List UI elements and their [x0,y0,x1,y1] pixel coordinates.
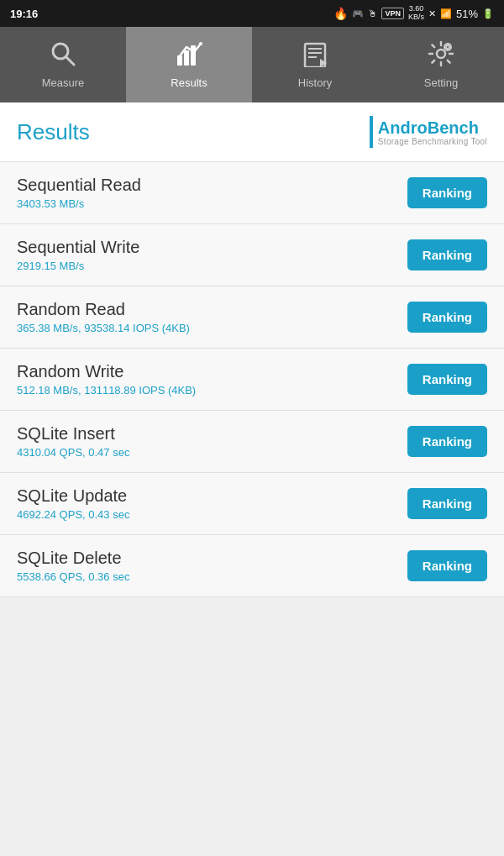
result-item: SQLite Delete 5538.66 QPS, 0.36 sec Rank… [0,535,504,597]
ranking-button[interactable]: Ranking [407,239,487,270]
logo-brand2: Bench [428,118,479,137]
result-name: SQLite Update [17,486,407,506]
logo-brand1: Andro [378,118,428,137]
ranking-button[interactable]: Ranking [407,426,487,457]
result-value: 3403.53 MB/s [17,197,407,210]
measure-icon [50,40,76,71]
results-list: Sequential Read 3403.53 MB/s Ranking Seq… [0,162,504,597]
fire-icon: 🔥 [333,7,348,20]
result-value: 5538.66 QPS, 0.36 sec [17,570,407,583]
result-item: SQLite Insert 4310.04 QPS, 0.47 sec Rank… [0,411,504,473]
result-item: SQLite Update 4692.24 QPS, 0.43 sec Rank… [0,473,504,535]
result-value: 512.18 MB/s, 131118.89 IOPS (4KB) [17,384,407,396]
result-info: SQLite Delete 5538.66 QPS, 0.36 sec [17,549,407,583]
logo-subtitle: Storage Benchmarking Tool [378,137,487,146]
result-info: Random Read 365.38 MB/s, 93538.14 IOPS (… [17,300,407,334]
result-info: Sequential Write 2919.15 MB/s [17,238,407,272]
cursor-icon: 🖱 [368,8,377,18]
ranking-button[interactable]: Ranking [407,177,487,208]
nav-tabs: Measure Results History [0,27,504,102]
result-value: 4692.24 QPS, 0.43 sec [17,508,407,521]
tab-results[interactable]: Results [126,27,252,102]
result-name: Sequential Read [17,176,407,195]
status-bar: 19:16 🔥 🎮 🖱 VPN 3.60KB/s ✕ 📶 51% 🔋 [0,0,504,27]
ranking-button[interactable]: Ranking [407,550,487,581]
status-icons: 🔥 🎮 🖱 VPN 3.60KB/s ✕ 📶 51% 🔋 [333,5,494,22]
header: Results AndroBench Storage Benchmarking … [0,102,504,162]
tab-measure[interactable]: Measure [0,27,126,102]
vpn-badge: VPN [381,8,404,19]
ranking-button[interactable]: Ranking [407,302,487,333]
svg-line-1 [66,57,74,65]
setting-icon [428,40,454,71]
result-value: 365.38 MB/s, 93538.14 IOPS (4KB) [17,322,407,334]
result-name: SQLite Delete [17,549,407,568]
result-item: Random Write 512.18 MB/s, 131118.89 IOPS… [0,349,504,411]
result-item: Random Read 365.38 MB/s, 93538.14 IOPS (… [0,286,504,349]
results-icon [176,40,202,71]
tab-setting-label: Setting [424,76,458,89]
result-info: SQLite Insert 4310.04 QPS, 0.47 sec [17,424,407,459]
logo: AndroBench Storage Benchmarking Tool [370,116,487,148]
result-value: 4310.04 QPS, 0.47 sec [17,446,407,459]
svg-rect-4 [191,45,196,66]
game-icon: 🎮 [352,8,364,19]
close-icon: ✕ [428,8,436,19]
result-name: Random Read [17,300,407,319]
result-info: Sequential Read 3403.53 MB/s [17,176,407,210]
speed-text: 3.60KB/s [408,5,424,22]
result-info: Random Write 512.18 MB/s, 131118.89 IOPS… [17,362,407,396]
logo-bar [370,116,373,148]
tab-measure-label: Measure [42,76,85,89]
battery-icon: 🔋 [482,8,494,19]
status-time: 19:16 [10,8,38,20]
tab-setting[interactable]: Setting [378,27,504,102]
tab-history[interactable]: History [252,27,378,102]
svg-point-5 [199,42,202,45]
tab-history-label: History [298,76,332,89]
wifi-icon: 📶 [440,8,452,19]
logo-text: AndroBench Storage Benchmarking Tool [378,118,487,146]
result-item: Sequential Write 2919.15 MB/s Ranking [0,224,504,286]
page-title: Results [17,119,90,145]
battery-text: 51% [456,8,478,20]
history-icon [302,40,328,71]
ranking-button[interactable]: Ranking [407,488,487,519]
result-value: 2919.15 MB/s [17,260,407,272]
result-name: Sequential Write [17,238,407,257]
ranking-button[interactable]: Ranking [407,364,487,395]
result-name: SQLite Insert [17,424,407,444]
result-info: SQLite Update 4692.24 QPS, 0.43 sec [17,486,407,521]
result-item: Sequential Read 3403.53 MB/s Ranking [0,162,504,224]
result-name: Random Write [17,362,407,381]
logo-brand: AndroBench [378,118,487,137]
tab-results-label: Results [171,76,207,89]
svg-rect-3 [184,50,189,66]
svg-point-11 [437,50,445,58]
